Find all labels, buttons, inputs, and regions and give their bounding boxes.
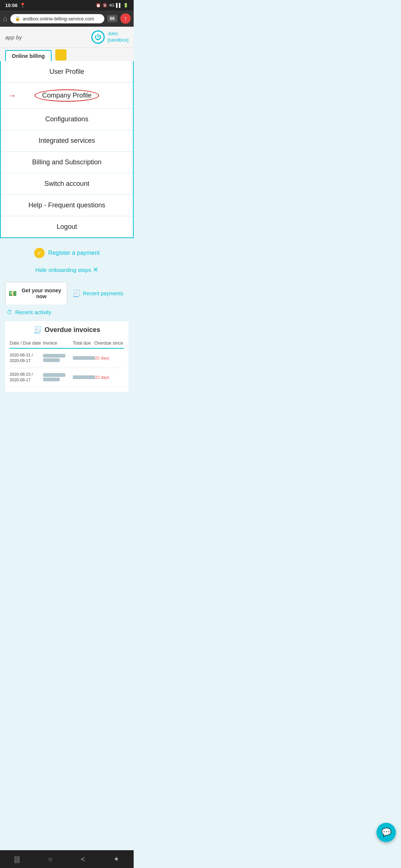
table-header: Date / Due date Invoice Total due Overdu… xyxy=(10,338,124,349)
clock-icon: ⏱ xyxy=(7,309,12,315)
menu-item-configurations[interactable]: Configurations xyxy=(1,109,133,130)
money-icon: 💵 xyxy=(9,289,17,297)
total-cell-2 xyxy=(73,375,95,379)
invoice-cell-2 xyxy=(43,373,73,381)
menu-item-user-profile[interactable]: User Profile xyxy=(1,61,133,83)
app-title-tab: Online billing xyxy=(5,50,52,61)
register-payment-row[interactable]: ✓ Register a payment xyxy=(5,243,128,263)
company-profile-wrapper: Company Profile xyxy=(35,89,99,102)
col-date: Date / Due date xyxy=(10,341,43,346)
menu-item-billing-subscription[interactable]: Billing and Subscription xyxy=(1,152,133,173)
col-total: Total due xyxy=(73,341,94,346)
location-icon: 📍 xyxy=(20,3,26,8)
blurred-total-1 xyxy=(73,356,95,360)
table-row: 2020-08-31 /2020-09-17 22 days xyxy=(10,349,124,368)
app-title-bar: Online billing xyxy=(0,48,134,61)
app-logo: app by xyxy=(5,34,22,40)
status-left: 10:56 📍 xyxy=(5,3,26,8)
recent-activity-label: Recent activity xyxy=(15,309,52,315)
status-bar: 10:56 📍 ⏰ 🔇 4G ▌▌ 🔋 xyxy=(0,0,134,10)
time-display: 10:56 xyxy=(5,3,17,8)
upload-icon[interactable]: ↑ xyxy=(120,13,131,24)
home-icon[interactable]: ⌂ xyxy=(3,14,7,23)
col-invoice: Invoice xyxy=(43,341,73,346)
date-cell-1: 2020-08-31 /2020-09-17 xyxy=(10,352,43,364)
browser-bar: ⌂ 🔒 andbox.online-billing-service.com 66… xyxy=(0,10,134,27)
lock-icon: 🔒 xyxy=(15,16,20,21)
blurred-invoice-1b xyxy=(43,358,60,362)
hide-onboarding-label: Hide onboarding steps xyxy=(35,267,91,273)
tab-recent-payments[interactable]: 🧾 Recent payments xyxy=(67,282,128,305)
username-display: John [sandbox] xyxy=(108,31,128,43)
company-profile-label: Company Profile xyxy=(35,89,99,102)
overdue-section: 🧾 Overdue invoices Date / Due date Invoi… xyxy=(5,321,128,392)
signal-icon: ▌▌ xyxy=(116,3,122,7)
hide-onboarding-row[interactable]: Hide onboarding steps ✕ xyxy=(5,263,128,277)
recent-activity-row[interactable]: ⏱ Recent activity xyxy=(5,305,128,320)
table-row: 2020-08-23 /2020-09-17 22 days xyxy=(10,368,124,387)
date-cell-2: 2020-08-23 /2020-09-17 xyxy=(10,372,43,383)
invoice-icon: 🧾 xyxy=(33,326,42,334)
menu-item-switch-account[interactable]: Switch account xyxy=(1,173,133,195)
app-header: app by ⏻ John [sandbox] xyxy=(0,27,134,48)
tab-get-money-label: Get your money now xyxy=(19,287,64,299)
overdue-title-label: Overdue invoices xyxy=(45,326,100,334)
blurred-total-2 xyxy=(73,375,95,379)
arrow-icon: → xyxy=(8,91,16,101)
network-label: 4G xyxy=(109,3,115,7)
menu-item-help-faq[interactable]: Help - Frequent questions xyxy=(1,195,133,216)
overdue-badge-2: 22 days xyxy=(95,375,125,379)
tabs-count[interactable]: 66 xyxy=(107,15,117,22)
menu-item-company-profile[interactable]: → Company Profile xyxy=(1,83,133,109)
main-content: ✓ Register a payment Hide onboarding ste… xyxy=(0,238,134,392)
user-info: ⏻ John [sandbox] xyxy=(91,30,128,44)
battery-icon: 🔋 xyxy=(123,3,128,8)
overdue-badge-1: 22 days xyxy=(95,356,125,360)
register-payment-label: Register a payment xyxy=(48,250,100,256)
url-text: andbox.online-billing-service.com xyxy=(23,16,94,22)
tab-get-money[interactable]: 💵 Get your money now xyxy=(5,282,67,305)
close-icon[interactable]: ✕ xyxy=(93,266,98,273)
menu-item-integrated-services[interactable]: Integrated services xyxy=(1,130,133,152)
receipt-icon: 🧾 xyxy=(72,289,81,297)
tab-recent-payments-label: Recent payments xyxy=(83,290,123,296)
overdue-title: 🧾 Overdue invoices xyxy=(10,326,124,334)
invoice-cell-1 xyxy=(43,354,73,362)
total-cell-1 xyxy=(73,356,95,360)
tab-indicator xyxy=(55,49,66,60)
tabs-container: 💵 Get your money now 🧾 Recent payments xyxy=(5,282,128,305)
power-button[interactable]: ⏻ xyxy=(91,30,105,44)
col-overdue: Overdue since xyxy=(94,341,124,346)
alarm-icon: ⏰ xyxy=(96,3,101,8)
url-bar[interactable]: 🔒 andbox.online-billing-service.com xyxy=(10,14,104,23)
blurred-invoice-2b xyxy=(43,378,60,381)
dropdown-menu: User Profile → Company Profile Configura… xyxy=(0,61,134,238)
checkmark-icon: ✓ xyxy=(34,248,45,258)
blurred-invoice-1a xyxy=(43,354,65,358)
mute-icon: 🔇 xyxy=(102,3,108,8)
blurred-invoice-2a xyxy=(43,373,65,377)
status-right: ⏰ 🔇 4G ▌▌ 🔋 xyxy=(96,3,128,8)
menu-item-logout[interactable]: Logout xyxy=(1,216,133,237)
